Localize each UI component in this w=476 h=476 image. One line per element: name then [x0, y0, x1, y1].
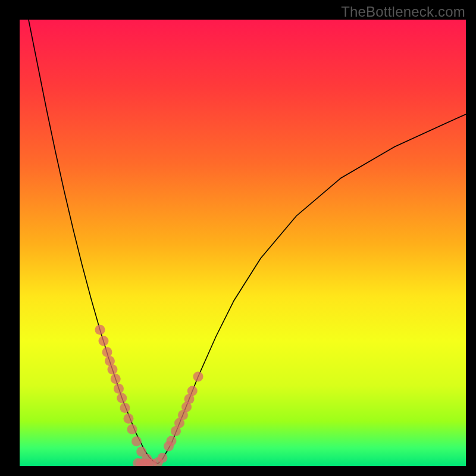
chart-svg	[20, 20, 466, 466]
scatter-bottom	[133, 458, 156, 466]
data-point	[95, 325, 105, 335]
data-point	[117, 393, 127, 403]
data-point	[193, 372, 203, 382]
outer-frame: TheBottleneck.com	[0, 0, 476, 476]
data-point	[111, 374, 121, 384]
data-point	[114, 384, 124, 394]
data-point	[99, 336, 109, 346]
data-point	[108, 365, 118, 375]
data-point	[124, 414, 134, 424]
data-point	[120, 403, 130, 413]
data-point	[102, 347, 112, 357]
data-point	[127, 424, 137, 434]
bottleneck-curve	[29, 20, 466, 464]
watermark-text: TheBottleneck.com	[341, 4, 465, 20]
data-point	[187, 386, 198, 396]
scatter-left	[95, 325, 152, 464]
plot-area	[20, 20, 466, 466]
data-point	[158, 453, 168, 463]
data-point	[167, 436, 177, 446]
scatter-right	[153, 372, 203, 466]
data-point	[131, 436, 142, 446]
